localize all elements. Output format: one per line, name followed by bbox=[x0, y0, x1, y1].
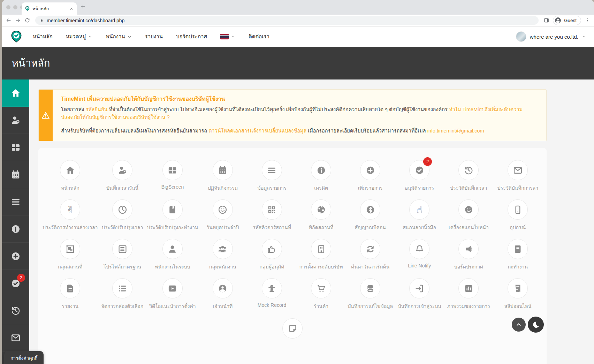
notice-link[interactable]: info.timemint@gmail.com bbox=[427, 128, 484, 134]
browser-tab[interactable]: หน้าหลัก bbox=[22, 2, 77, 15]
nav-item-language[interactable] bbox=[220, 34, 235, 39]
menu-extra-row bbox=[43, 318, 542, 358]
menu-item-standard-profile[interactable]: โปรไฟล์มาตรฐาน bbox=[98, 239, 147, 278]
menu-item-login-logs[interactable]: บันทึกการเข้าสู่ระบบ bbox=[395, 278, 444, 318]
menu-item-annual-holidays[interactable]: วันหยุดประจำปี bbox=[198, 199, 247, 239]
menu-item-overview[interactable]: ภาพรวมของรายการ bbox=[444, 278, 493, 318]
menu-item-announcement-board[interactable]: บอร์ดประกาศ bbox=[444, 239, 493, 278]
app-navbar: หน้าหลักหมวดหมู่พนักงานรายงานบอร์ดประกาศ… bbox=[2, 26, 594, 47]
menu-item-data-edit-logs[interactable]: บันทึกการแก้ไขข้อมูล bbox=[346, 278, 395, 318]
menu-item-label: วันหยุดประจำปี bbox=[206, 223, 239, 231]
sidebar-item-clock-in-today[interactable] bbox=[2, 107, 29, 134]
notice-link[interactable]: ดาวน์โหลดเอกสารแจ้งการเปลี่ยนแปลงข้อมูล bbox=[208, 128, 306, 134]
video-icon bbox=[167, 283, 177, 294]
dark-mode-button[interactable] bbox=[528, 317, 544, 333]
menu-item-circle bbox=[311, 160, 331, 180]
menu-item-online-slip[interactable]: สลิปออนไลน์ bbox=[493, 278, 542, 318]
menu-item-clock-in-today[interactable]: บันทึกเวลาวันนี้ bbox=[98, 160, 147, 199]
forward-button[interactable] bbox=[15, 17, 21, 23]
lock-icon bbox=[39, 18, 44, 23]
menu-item-circle bbox=[360, 239, 380, 259]
new-tab-button[interactable] bbox=[80, 4, 86, 11]
menu-item-add-item[interactable]: เพิ่มรายการ bbox=[346, 160, 395, 199]
menu-item-main[interactable]: หน้าหลัก bbox=[43, 160, 98, 199]
menu-item-circle: 2 bbox=[409, 160, 429, 180]
sidebar-item-time-history[interactable] bbox=[2, 297, 29, 324]
sidebar-item-transaction-info[interactable] bbox=[2, 188, 29, 215]
menu-item-company-settings[interactable]: การตั้งค่าระดับบริษัท bbox=[297, 239, 346, 278]
page-title: หน้าหลัก bbox=[12, 55, 50, 71]
sidebar-item-home[interactable] bbox=[2, 79, 29, 107]
back-button[interactable] bbox=[6, 17, 12, 23]
menu-item-reports[interactable]: รายงาน bbox=[43, 278, 98, 318]
menu-item-activity-calendar[interactable]: ปฏิทินกิจกรรม bbox=[198, 160, 247, 199]
account-menu[interactable]: where are you co.ltd. bbox=[516, 31, 586, 42]
side-panel-icon[interactable] bbox=[543, 17, 549, 23]
cookie-settings-button[interactable]: การตั้งค่าคุกกี้ bbox=[4, 351, 44, 364]
sidebar-item-credit[interactable] bbox=[2, 215, 29, 243]
nav-item-label: ติดต่อเรา bbox=[249, 32, 269, 41]
menu-item-officers[interactable]: เจ้าหน้าที่ bbox=[198, 278, 247, 318]
menu-item-beacon-signal[interactable]: สัญญาณบีคอน bbox=[346, 199, 395, 239]
menu-item-reset-leave-days[interactable]: คืนค่าวันลาเริ่มต้น bbox=[346, 239, 395, 278]
menu-item-time-history[interactable]: ประวัติบันทึกเวลา bbox=[444, 160, 493, 199]
menu-item-location-coordinates[interactable]: พิกัดสถานที่ bbox=[297, 199, 346, 239]
menu-item-location-qr[interactable]: รหัสคิวอาร์สถานที่ bbox=[247, 199, 296, 239]
menu-item-leave-history[interactable]: ประวัติบันทึกการลา bbox=[493, 160, 542, 199]
bar-chart-icon bbox=[464, 283, 474, 294]
address-bar[interactable]: member.timemint.co/dashboard.php bbox=[35, 16, 539, 25]
close-window-button[interactable] bbox=[6, 5, 10, 9]
browser-menu-icon[interactable] bbox=[585, 17, 591, 23]
menu-item-fingerprint-scan[interactable]: ☝สแกนลายนิ้วมือ bbox=[395, 199, 444, 239]
timemint-logo[interactable] bbox=[10, 30, 23, 43]
menu-item-employee-groups[interactable]: กลุ่มพนักงาน bbox=[198, 239, 247, 278]
menu-item-shift-adjust-history[interactable]: ประวัติปรับปรุงกะทำงาน bbox=[147, 199, 198, 239]
sync-icon bbox=[365, 244, 375, 254]
menu-item-option-box-manager[interactable]: จัดการกล่องตัวเลือก bbox=[98, 278, 147, 318]
desktop: หน้าหลัก member.timemint.co/dashboard.ph… bbox=[0, 0, 594, 364]
menu-item-circle bbox=[112, 199, 132, 220]
menu-item-location-groups[interactable]: กลุ่มสถานที่ bbox=[43, 239, 98, 278]
menu-item-approver-groups[interactable]: กลุ่มผู้อนุมัติ bbox=[247, 239, 296, 278]
notice-link[interactable]: รหัสยืนยัน bbox=[85, 107, 107, 112]
nav-item-contact-us[interactable]: ติดต่อเรา bbox=[249, 32, 269, 41]
minimize-window-button[interactable] bbox=[13, 5, 17, 9]
browser-profile-button[interactable]: Guest bbox=[553, 16, 581, 25]
nav-item-announcement-board[interactable]: บอร์ดประกาศ bbox=[176, 32, 207, 41]
nav-item-home[interactable]: หน้าหลัก bbox=[33, 32, 53, 41]
menu-item-face-scan-device[interactable]: เครื่องสแกนใบหน้า bbox=[444, 199, 493, 239]
menu-item-label: อุปกรณ์ bbox=[510, 223, 526, 231]
tab-close-icon[interactable] bbox=[69, 7, 74, 11]
menu-item-time-adjust-history[interactable]: ประวัติปรับปรุงเวลา bbox=[98, 199, 147, 239]
menu-item-note[interactable] bbox=[282, 318, 303, 358]
sidebar-item-bigscreen[interactable] bbox=[2, 134, 29, 161]
menu-item-credit[interactable]: เครดิต bbox=[297, 160, 346, 199]
menu-item-setup-videos[interactable]: วิดีโอแนะนำการตั้งค่า bbox=[147, 278, 198, 318]
menu-icon-grid: หน้าหลักบันทึกเวลาวันนี้BigScreenปฏิทินก… bbox=[43, 160, 542, 318]
menu-item-devices[interactable]: อุปกรณ์ bbox=[493, 199, 542, 239]
menu-item-circle bbox=[112, 160, 132, 180]
sidebar-item-approve-items[interactable]: 2 bbox=[2, 270, 29, 297]
menu-item-employees-in-system[interactable]: พนักงานในระบบ bbox=[147, 239, 198, 278]
sidebar-item-leave-history[interactable] bbox=[2, 324, 29, 351]
sidebar-item-add-item[interactable] bbox=[2, 243, 29, 270]
reload-button[interactable] bbox=[24, 17, 30, 23]
menu-item-bigscreen[interactable]: BigScreen bbox=[147, 160, 198, 199]
nav-item-reports[interactable]: รายงาน bbox=[145, 32, 163, 41]
sidebar-item-activity-calendar[interactable] bbox=[2, 161, 29, 188]
menu-item-circle bbox=[311, 239, 331, 259]
menu-item-line-notify[interactable]: Line Notify bbox=[395, 239, 444, 278]
menu-item-transaction-info[interactable]: ข้อมูลรายการ bbox=[247, 160, 296, 199]
menu-item-overtime-history[interactable]: ✌ประวัติการทำงานล่วงเวลา bbox=[43, 199, 98, 239]
nav-item-employees[interactable]: พนักงาน bbox=[106, 32, 131, 41]
menu-item-mock-record[interactable]: Mock Record bbox=[247, 278, 296, 318]
security-notice: TimeMint เพิ่มความปลอดภัยให้กับบัญชีการใ… bbox=[38, 89, 547, 141]
profile-label: Guest bbox=[564, 18, 577, 23]
nav-item-categories[interactable]: หมวดหมู่ bbox=[66, 32, 93, 41]
menu-item-circle bbox=[508, 278, 528, 298]
thumbs-up-icon bbox=[267, 244, 277, 254]
menu-item-shop[interactable]: ร้านค้า bbox=[297, 278, 346, 318]
menu-item-work-shifts[interactable]: กะทำงาน bbox=[493, 239, 542, 278]
scroll-top-button[interactable] bbox=[512, 318, 526, 332]
menu-item-approve-items[interactable]: 2อนุมัติรายการ bbox=[395, 160, 444, 199]
